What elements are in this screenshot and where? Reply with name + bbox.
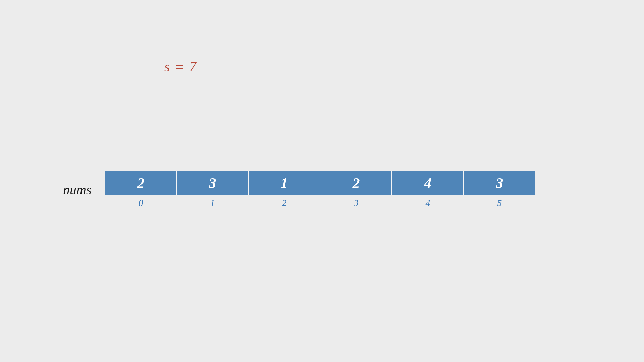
array-cell-wrapper: 1 2	[248, 171, 320, 208]
cell-value: 2	[137, 175, 144, 192]
target-sum-label: s = 7	[164, 59, 197, 75]
array-cell: 4	[392, 171, 464, 195]
cell-value: 3	[496, 175, 503, 192]
array-container: nums 2 0 3 1 1 2 2 3	[63, 171, 535, 208]
array-name-label: nums	[63, 182, 91, 198]
array-cell-wrapper: 2 0	[105, 171, 176, 208]
cell-index: 4	[425, 198, 430, 208]
cell-value: 3	[209, 175, 216, 192]
cell-index: 5	[497, 198, 502, 208]
array-cells: 2 0 3 1 1 2 2 3 4	[105, 171, 535, 208]
array-cell-wrapper: 3 1	[176, 171, 248, 208]
cell-index: 2	[282, 198, 286, 208]
cell-value: 1	[280, 175, 288, 192]
array-cell-wrapper: 4 4	[392, 171, 464, 208]
array-cell-wrapper: 2 3	[320, 171, 392, 208]
array-cell: 3	[464, 171, 535, 195]
array-cell: 2	[320, 171, 392, 195]
cell-value: 4	[424, 175, 431, 192]
array-cell: 2	[105, 171, 176, 195]
array-cell: 1	[248, 171, 320, 195]
cell-value: 2	[352, 175, 360, 192]
array-cell-wrapper: 3 5	[464, 171, 535, 208]
array-cell: 3	[176, 171, 248, 195]
cell-index: 3	[354, 198, 358, 208]
cell-index: 1	[210, 198, 215, 208]
cell-index: 0	[138, 198, 143, 208]
